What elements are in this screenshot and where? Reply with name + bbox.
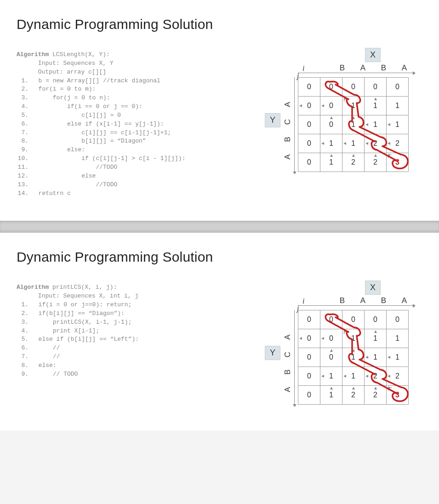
arrow-up-icon bbox=[374, 387, 377, 389]
dp-cell: 1 bbox=[365, 348, 387, 367]
arrow-up-icon bbox=[374, 330, 377, 333]
column-headers: BABA bbox=[332, 63, 415, 73]
dp-cell: 0 bbox=[365, 310, 387, 329]
dp-cell: 3 bbox=[387, 153, 409, 172]
dp-cell: 1 bbox=[320, 386, 342, 405]
pseudocode-block: Algorithm LCSLength(X, Y): Input: Sequen… bbox=[17, 51, 260, 198]
dp-cell: 1 bbox=[365, 97, 387, 115]
arrow-left-icon bbox=[365, 375, 368, 378]
dp-cell: 2 bbox=[365, 386, 387, 405]
dp-cell: 0 bbox=[387, 310, 409, 329]
dp-cell: 1 bbox=[342, 329, 365, 348]
dp-cell: 0 bbox=[365, 78, 387, 97]
arrow-up-icon bbox=[352, 154, 355, 157]
arrow-up-icon bbox=[330, 387, 333, 389]
slide-separator bbox=[0, 221, 439, 233]
dp-cell: 2 bbox=[342, 386, 365, 405]
arrow-left-icon bbox=[299, 104, 302, 107]
arrow-left-icon bbox=[321, 337, 324, 340]
dp-cell: 0 bbox=[320, 97, 342, 115]
dp-cell: 1 bbox=[342, 115, 365, 134]
x-axis-badge: X bbox=[365, 48, 381, 62]
arrow-left-icon bbox=[388, 142, 390, 145]
arrow-left-icon bbox=[365, 356, 368, 359]
dp-cell: 2 bbox=[387, 367, 409, 386]
dp-cell: 1 bbox=[387, 348, 409, 367]
top-axis-arrow bbox=[298, 73, 413, 73]
arrow-diagonal-icon bbox=[388, 155, 392, 158]
dp-cell: 2 bbox=[365, 153, 387, 172]
arrow-up-icon bbox=[374, 154, 377, 157]
dp-cell: 1 bbox=[320, 367, 342, 386]
arrow-diagonal-icon bbox=[344, 331, 348, 334]
dp-cell: 1 bbox=[342, 97, 365, 115]
slide-2: Dynamic Programming Solution Algorithm p… bbox=[0, 233, 439, 430]
dp-cell: 1 bbox=[365, 115, 387, 134]
arrow-left-icon bbox=[388, 375, 390, 378]
dp-cell: 1 bbox=[387, 115, 409, 134]
arrow-up-icon bbox=[352, 387, 355, 389]
arrow-left-icon bbox=[299, 337, 302, 340]
arrow-up-icon bbox=[374, 97, 377, 100]
slide-1: Dynamic Programming Solution Algorithm L… bbox=[0, 0, 439, 221]
slide-title: Dynamic Programming Solution bbox=[17, 17, 422, 32]
arrow-up-icon bbox=[330, 154, 333, 157]
arrow-up-icon bbox=[330, 116, 333, 119]
i-label: i bbox=[302, 64, 304, 73]
dp-cell: 0 bbox=[387, 78, 409, 97]
dp-cell: 0 bbox=[298, 115, 320, 134]
dp-cell: 0 bbox=[342, 310, 365, 329]
dp-cell: 0 bbox=[320, 115, 342, 134]
arrow-left-icon bbox=[365, 142, 368, 145]
dp-cell: 0 bbox=[298, 348, 320, 367]
dp-cell: 1 bbox=[342, 367, 365, 386]
dp-cell: 1 bbox=[387, 329, 409, 348]
y-axis-badge: Y bbox=[265, 346, 280, 360]
dp-cell: 0 bbox=[320, 310, 342, 329]
arrow-up-icon bbox=[352, 349, 355, 352]
dp-cell: 1 bbox=[342, 134, 365, 153]
arrow-diagonal-icon bbox=[344, 98, 348, 102]
dp-cell: 2 bbox=[387, 134, 409, 153]
dp-cell: 0 bbox=[320, 348, 342, 367]
dp-grid: 0000000111001110112201223 bbox=[298, 310, 409, 405]
dp-cell: 1 bbox=[365, 329, 387, 348]
dp-cell: 0 bbox=[298, 367, 320, 386]
column-headers: BABA bbox=[332, 296, 415, 305]
slide-title: Dynamic Programming Solution bbox=[17, 249, 422, 265]
i-label: i bbox=[302, 297, 304, 305]
dp-cell: 2 bbox=[365, 134, 387, 153]
dp-cell: 0 bbox=[298, 153, 320, 172]
row-headers: ACBA bbox=[283, 328, 292, 398]
dp-cell: 0 bbox=[298, 78, 320, 97]
dp-grid: 0000000111001110112201223 bbox=[298, 77, 409, 172]
dp-cell: 0 bbox=[298, 386, 320, 405]
dp-cell: 2 bbox=[342, 153, 365, 172]
arrow-left-icon bbox=[365, 123, 368, 126]
dp-cell: 1 bbox=[342, 348, 365, 367]
dp-table-diagram: XYijBABAACBA0000000111001110112201223 bbox=[265, 51, 416, 175]
x-axis-badge: X bbox=[365, 281, 381, 295]
dp-cell: 3 bbox=[387, 386, 409, 405]
dp-table-diagram: XYijBABAACBA0000000111001110112201223 bbox=[265, 283, 416, 407]
dp-cell: 0 bbox=[298, 97, 320, 115]
arrow-left-icon bbox=[321, 375, 324, 378]
dp-cell: 1 bbox=[320, 153, 342, 172]
arrow-left-icon bbox=[388, 123, 390, 126]
pseudocode-block: Algorithm printLCS(X, i, j): Input: Sequ… bbox=[17, 283, 260, 378]
arrow-left-icon bbox=[343, 142, 346, 145]
arrow-left-icon bbox=[388, 356, 390, 359]
dp-cell: 0 bbox=[298, 329, 320, 348]
dp-cell: 2 bbox=[365, 367, 387, 386]
arrow-up-icon bbox=[352, 116, 355, 119]
dp-cell: 0 bbox=[298, 310, 320, 329]
dp-cell: 1 bbox=[387, 97, 409, 115]
arrow-left-icon bbox=[321, 104, 324, 107]
dp-cell: 1 bbox=[320, 134, 342, 153]
dp-cell: 0 bbox=[320, 329, 342, 348]
arrow-up-icon bbox=[330, 349, 333, 352]
dp-cell: 0 bbox=[320, 78, 342, 97]
arrow-left-icon bbox=[343, 375, 346, 378]
row-headers: ACBA bbox=[283, 96, 292, 166]
dp-cell: 0 bbox=[342, 78, 365, 97]
